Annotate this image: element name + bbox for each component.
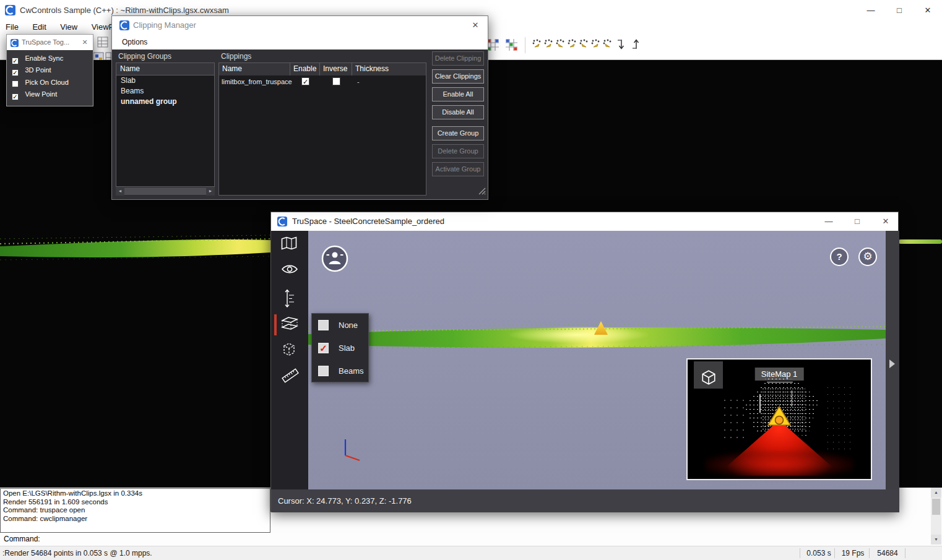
menu-item-slab[interactable]: ✓ Slab bbox=[312, 337, 368, 360]
delete-group-button[interactable]: Delete Group bbox=[432, 144, 484, 158]
toolbar-grid-icon-1[interactable] bbox=[486, 38, 500, 52]
toolbar-partial-icon[interactable] bbox=[97, 36, 110, 50]
clipping-slab-icon[interactable] bbox=[281, 316, 298, 334]
enable-checkbox[interactable]: ✓ bbox=[301, 77, 309, 85]
sitemap-red-glow bbox=[705, 451, 853, 478]
menu-edit[interactable]: Edit bbox=[27, 20, 51, 33]
side-panel-strip bbox=[886, 231, 899, 489]
create-group-button[interactable]: Create Group bbox=[432, 126, 484, 140]
maximize-icon[interactable]: □ bbox=[848, 212, 866, 231]
menu-file[interactable]: File bbox=[0, 20, 24, 33]
sitemap-panel[interactable]: SiteMap 1 bbox=[686, 358, 872, 480]
clipping-popup-menu: None ✓ Slab Beams bbox=[311, 313, 369, 382]
close-icon[interactable]: ✕ bbox=[466, 16, 485, 35]
disable-all-button[interactable]: Disable All bbox=[432, 105, 484, 119]
clear-clippings-button[interactable]: Clear Clippings bbox=[432, 69, 484, 84]
status-fps: 19 Fps bbox=[838, 546, 868, 560]
axis-down-icon[interactable] bbox=[616, 38, 629, 52]
clipping-manager-window: Clipping Manager ✕ Options Clipping Grou… bbox=[111, 15, 488, 200]
active-tool-indicator bbox=[274, 314, 277, 335]
truspace-window: TruSpace - SteelConcreteSample_ordered —… bbox=[270, 212, 899, 512]
scroll-left-icon[interactable]: ◄ bbox=[116, 187, 124, 196]
scroll-down-icon[interactable]: ▼ bbox=[931, 535, 941, 545]
expand-panel-arrow-icon[interactable] bbox=[889, 360, 895, 368]
truspace-sidebar bbox=[271, 231, 308, 489]
enable-all-button[interactable]: Enable All bbox=[432, 87, 484, 101]
toggle-3d-point[interactable]: ✓ 3D Point bbox=[12, 66, 51, 77]
clipping-manager-title-bar[interactable]: Clipping Manager ✕ bbox=[112, 16, 488, 35]
status-bar: :Render 54684 points in 0.053 s @ 1.0 mp… bbox=[0, 546, 942, 560]
column-name[interactable]: Name bbox=[219, 63, 290, 75]
clipping-manager-icon bbox=[119, 20, 129, 33]
scroll-up-icon[interactable]: ▲ bbox=[931, 488, 941, 498]
limitbox-icon[interactable] bbox=[281, 341, 298, 360]
eye-icon[interactable] bbox=[281, 264, 298, 282]
minimize-icon[interactable]: — bbox=[857, 0, 885, 20]
column-enable[interactable]: Enable bbox=[290, 63, 320, 75]
clipping-name: limitbox_from_truspace bbox=[222, 75, 292, 88]
truspace-title-bar[interactable]: TruSpace - SteelConcreteSample_ordered —… bbox=[271, 212, 898, 231]
scrollbar-thumb[interactable] bbox=[124, 187, 206, 195]
checkbox-view-point[interactable]: ✓ bbox=[12, 93, 19, 100]
column-inverse[interactable]: Inverse bbox=[320, 63, 352, 75]
clippings-table[interactable]: Name Enable Inverse Thickness limitbox_f… bbox=[218, 62, 426, 196]
groups-name-header[interactable]: Name bbox=[116, 63, 214, 75]
menu-item-none[interactable]: None bbox=[312, 314, 368, 337]
status-divider bbox=[869, 548, 870, 558]
truspace-viewport[interactable]: ? ⚙ None ✓ Slab Beams bbox=[308, 231, 886, 489]
elevation-icon[interactable] bbox=[281, 289, 298, 308]
sitemap-cube-icon[interactable] bbox=[694, 361, 723, 389]
map-icon[interactable] bbox=[281, 236, 298, 255]
group-row-beams[interactable]: Beams bbox=[116, 86, 214, 97]
command-input[interactable] bbox=[38, 535, 923, 544]
close-icon[interactable]: ✕ bbox=[914, 0, 942, 20]
toolbar-grid-icon-2[interactable] bbox=[505, 38, 519, 52]
axis-up-icon[interactable] bbox=[631, 38, 644, 52]
checkbox-slab[interactable]: ✓ bbox=[318, 343, 329, 353]
log-line: Command: truspace open bbox=[3, 506, 267, 515]
toggle-pick-on-cloud[interactable]: Pick On Cloud bbox=[12, 79, 69, 90]
menu-options[interactable]: Options bbox=[122, 35, 147, 50]
truspace-app-icon bbox=[277, 217, 287, 229]
toggle-view-point[interactable]: ✓ View Point bbox=[12, 90, 57, 101]
checkbox-enable-sync[interactable]: ✓ bbox=[12, 58, 19, 64]
menu-item-beams[interactable]: Beams bbox=[312, 360, 368, 382]
scroll-right-icon[interactable]: ► bbox=[206, 187, 215, 196]
menu-view[interactable]: View bbox=[54, 20, 83, 33]
maximize-icon[interactable]: □ bbox=[885, 0, 914, 20]
clipping-row[interactable]: limitbox_from_truspace ✓ - bbox=[219, 75, 426, 88]
groups-horizontal-scrollbar[interactable]: ◄ ► bbox=[116, 187, 215, 196]
cursor-coordinates: Cursor: X: 24.773, Y: 0.237, Z: -1.776 bbox=[278, 496, 412, 506]
resize-grip[interactable] bbox=[478, 186, 486, 197]
point-tool-icon-7[interactable] bbox=[602, 38, 615, 52]
delete-clipping-button[interactable]: Delete Clipping bbox=[432, 51, 484, 66]
toggle-enable-sync[interactable]: ✓ Enable Sync bbox=[12, 54, 63, 66]
help-icon[interactable]: ? bbox=[830, 248, 849, 266]
log-box[interactable]: Open E:\LGS\Rithm-withClips.lgsx in 0.33… bbox=[0, 488, 270, 533]
sitemap-point-cloud bbox=[825, 384, 855, 452]
toggles-title-bar[interactable]: TruSpace Tog... ✕ bbox=[7, 35, 93, 50]
minimize-icon[interactable]: — bbox=[819, 212, 838, 231]
log-line: Command: cwclipmanager bbox=[3, 515, 267, 523]
ruler-icon[interactable] bbox=[281, 366, 298, 385]
close-icon[interactable]: ✕ bbox=[876, 212, 895, 231]
checkbox-pick-on-cloud[interactable] bbox=[12, 80, 19, 87]
scrollbar-thumb[interactable] bbox=[932, 499, 940, 515]
toolbar-separator bbox=[525, 37, 525, 53]
panorama-avatar-icon[interactable] bbox=[321, 244, 349, 275]
group-row-slab[interactable]: Slab bbox=[116, 75, 214, 86]
column-thickness[interactable]: Thickness bbox=[352, 63, 426, 75]
close-icon[interactable]: ✕ bbox=[78, 35, 92, 50]
inverse-checkbox[interactable] bbox=[332, 77, 340, 85]
output-scrollbar[interactable]: ▲ ▼ bbox=[931, 488, 941, 545]
toggle-label: View Point bbox=[25, 90, 57, 98]
checkbox-beams[interactable] bbox=[318, 366, 329, 376]
settings-gear-icon[interactable]: ⚙ bbox=[858, 248, 877, 266]
group-row-unnamed[interactable]: unnamed group bbox=[116, 97, 214, 107]
activate-group-button[interactable]: Activate Group bbox=[432, 162, 484, 176]
checkbox-3d-point[interactable]: ✓ bbox=[12, 69, 19, 76]
checkbox-none[interactable] bbox=[318, 320, 329, 330]
clipping-groups-list[interactable]: Name Slab Beams unnamed group bbox=[116, 62, 215, 187]
status-point-count: 54684 bbox=[873, 546, 902, 560]
sitemap-position-marker[interactable] bbox=[766, 404, 793, 433]
